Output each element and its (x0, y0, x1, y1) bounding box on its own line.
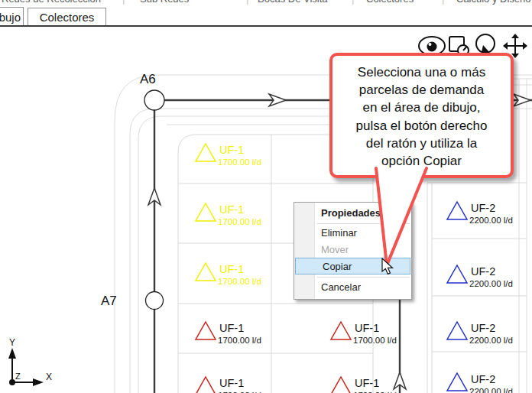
node-a7[interactable] (146, 292, 164, 310)
parcel-name: UF-2 (471, 202, 495, 214)
parcel-triangle-icon (194, 202, 217, 222)
parcel-name: UF-1 (219, 263, 244, 275)
menu-separator: | (122, 0, 125, 5)
callout-tail (359, 153, 443, 275)
parcel-triangle-icon (329, 375, 352, 393)
parcel-triangle-icon (446, 320, 469, 341)
parcel-uf1[interactable]: UF-1 1700.00 l/d (194, 202, 294, 232)
axis-x-label: X (46, 372, 52, 382)
node-label-a7: A7 (101, 294, 117, 309)
parcel-uf1[interactable]: UF-1 1700.00 l/d (194, 142, 294, 173)
parcel-flow: 1700.00 l/d (353, 336, 397, 345)
callout-line: pulsa el botón derecho (332, 117, 511, 135)
parcel-flow: 2200.00 l/d (469, 336, 513, 345)
mouse-cursor-icon (381, 258, 398, 281)
parcel-name: UF-1 (219, 377, 244, 389)
flow-arrow-east (269, 94, 286, 106)
menu-separator: | (246, 0, 248, 5)
parcel-name: UF-1 (355, 377, 379, 389)
parcel-triangle-icon (446, 264, 469, 284)
menu-item-calculo[interactable]: Cálculo y Diseño (456, 0, 531, 5)
parcel-triangle-icon (446, 200, 469, 221)
parcel-uf1[interactable]: UF-1 1700.00 l/d (194, 261, 294, 292)
context-menu-item-label: Copiar (323, 258, 352, 275)
parcel-triangle-icon (194, 320, 217, 341)
callout-line: en el área de dibujo, (332, 99, 511, 116)
context-menu-item-cancelar[interactable]: Cancelar (294, 279, 411, 296)
parcel-triangle-icon (194, 261, 217, 282)
menu-item-redes[interactable]: Redes de Recolección (2, 0, 101, 5)
parcel-flow: 2200.00 l/d (469, 387, 513, 393)
flow-arrow-north (148, 188, 161, 205)
menu-separator: | (442, 0, 444, 5)
parcel-name: UF-1 (219, 144, 244, 156)
callout-line: Selecciona una o más (332, 63, 511, 81)
context-menu-item-label: Eliminar (321, 225, 357, 242)
axis-icon: Y X Z (8, 337, 52, 386)
parcel-flow: 1700.00 l/d (218, 217, 261, 226)
parcel-uf2[interactable]: UF-2 2200.00 l/d (446, 264, 532, 294)
parcel-triangle-icon (194, 375, 217, 393)
tab-dibujo[interactable]: Dibujo (0, 7, 24, 26)
node-a6[interactable] (144, 90, 164, 110)
parcel-name: UF-1 (219, 203, 244, 216)
tabbar-bottom-divider (0, 25, 532, 27)
node-label-a6: A6 (140, 72, 156, 87)
flow-arrow-east (514, 94, 530, 106)
parcel-uf2[interactable]: UF-2 2200.00 l/d (446, 200, 532, 231)
menu-separator: | (352, 0, 354, 5)
menu-bar: Redes de Recolección | Sub Redes | Bocas… (0, 0, 532, 7)
parcel-name: UF-2 (471, 373, 495, 385)
tab-colectores[interactable]: Colectores (28, 8, 106, 26)
parcel-uf2[interactable]: UF-2 2200.00 l/d (446, 372, 532, 393)
parcel-uf1[interactable]: UF-1 1700.00 l/d (329, 320, 429, 351)
parcel-uf1[interactable]: UF-1 1700.00 l/d (194, 375, 294, 393)
parcel-flow: 1700.00 l/d (218, 336, 261, 345)
parcel-flow: 2200.00 l/d (469, 216, 513, 225)
parcel-triangle-icon (329, 320, 352, 341)
menu-item-colectores[interactable]: Colectores (366, 0, 414, 5)
callout-line: del ratón y utiliza la (332, 135, 511, 152)
app-window: Redes de Recolección | Sub Redes | Bocas… (0, 0, 532, 393)
callout-line: parcelas de demanda (332, 81, 511, 99)
axis-y-label: Y (9, 337, 15, 348)
context-menu-item-label: Mover (321, 242, 349, 258)
axis-z-label: Z (15, 372, 21, 381)
menu-item-bocas[interactable]: Bocas De Visita (258, 0, 328, 5)
parcel-triangle-icon (194, 142, 217, 163)
parcel-name: UF-2 (471, 265, 495, 278)
parcel-name: UF-1 (219, 322, 244, 334)
menu-item-subredes[interactable]: Sub Redes (140, 0, 189, 5)
parcel-flow: 1700.00 l/d (218, 277, 261, 286)
parcel-uf1[interactable]: UF-1 1700.00 l/d (329, 375, 429, 393)
parcel-flow: 1700.00 l/d (218, 158, 261, 167)
context-menu-item-label: Cancelar (321, 279, 361, 296)
parcel-uf1[interactable]: UF-1 1700.00 l/d (194, 320, 294, 351)
parcel-name: UF-1 (355, 322, 379, 334)
parcel-name: UF-2 (471, 322, 495, 334)
parcel-triangle-icon (446, 372, 469, 392)
parcel-uf2[interactable]: UF-2 2200.00 l/d (446, 320, 532, 351)
parcel-flow: 2200.00 l/d (469, 279, 513, 288)
